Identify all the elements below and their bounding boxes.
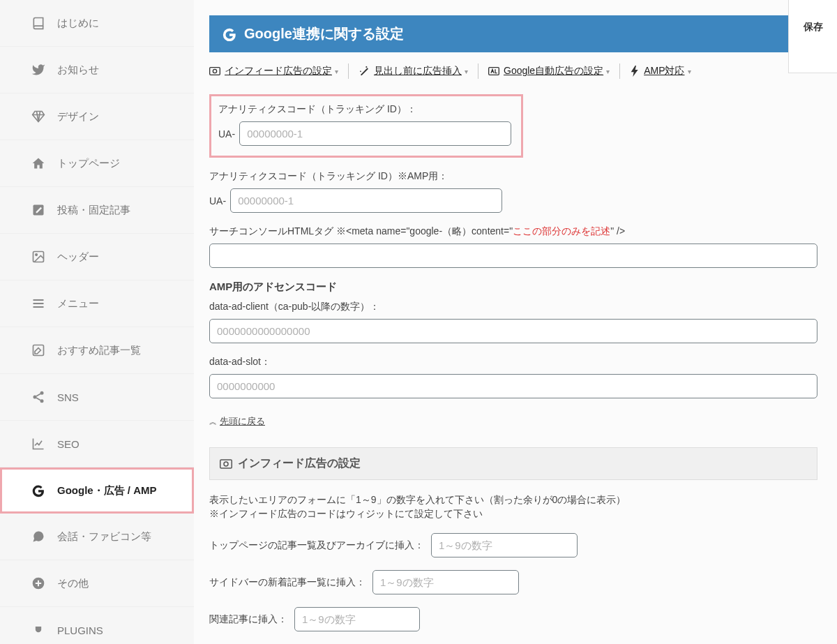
sidebar-item-news[interactable]: お知らせ [0,47,194,93]
sidebar-item-talk-favicon[interactable]: 会話・ファビコン等 [0,514,194,560]
sidebar-item-seo[interactable]: SEO [0,421,194,467]
infeed-desc2: ※インフィード広告のコードはウィジットにて設定して下さい [209,508,817,521]
sidebar-item-label: メニュー [57,297,99,310]
sidebar: はじめに お知らせ デザイン トップページ 投稿・固定記事 [0,0,194,644]
analytics-input[interactable] [239,121,511,146]
edit-icon [31,202,46,218]
ad-slot-label: data-ad-slot： [209,356,817,368]
sidebar-item-design[interactable]: デザイン [0,93,194,140]
sidebar-item-other[interactable]: その他 [0,560,194,607]
plug-icon [31,622,46,638]
search-console-label: サーチコンソールHTMLタグ ※<meta name="google-（略）co… [209,225,817,238]
amp-adsense-heading: AMP用のアドセンスコード [209,280,817,294]
sidebar-item-label: 会話・ファビコン等 [57,530,151,544]
ql-link[interactable]: AMP対応 [644,65,684,77]
money-icon [209,66,220,76]
svg-rect-13 [489,68,499,75]
sidebar-item-menu[interactable]: メニュー [0,280,194,327]
sidebar-item-label: デザイン [57,110,99,123]
ql-heading-ad[interactable]: 見出し前に広告挿入 ▾ [359,63,478,79]
sidebar-item-google-amp[interactable]: Google・広告 / AMP [0,467,194,514]
chevron-down-icon: ▾ [465,68,468,75]
ad-icon [488,66,499,76]
diamond-icon [31,109,46,124]
chart-icon [31,436,46,451]
comment-icon [31,529,46,544]
save-button[interactable]: 保存 [797,21,829,33]
wand-icon [359,66,370,77]
menu-icon [31,296,46,311]
analytics-prefix: UA- [218,128,235,140]
sidebar-item-label: お知らせ [57,63,99,77]
search-console-input[interactable] [209,244,817,268]
sidebar-item-header[interactable]: ヘッダー [0,234,194,280]
chevron-up-double-icon: ︽ [209,417,217,427]
home-icon [31,156,46,171]
ql-infeed[interactable]: インフィード広告の設定 ▾ [209,63,349,79]
analytics-amp-prefix: UA- [209,195,226,207]
sidebar-item-intro[interactable]: はじめに [0,0,194,47]
infeed-side-input[interactable] [372,570,519,594]
google-icon [222,27,237,42]
ad-client-label: data-ad-client（ca-pub-以降の数字）： [209,301,817,313]
compose-icon [31,343,46,358]
sidebar-item-label: ヘッダー [57,250,99,264]
sidebar-item-label: はじめに [57,17,99,30]
svg-point-2 [36,254,38,256]
google-icon [31,483,46,498]
chevron-down-icon: ▾ [335,68,338,75]
infeed-desc1: 表示したいエリアのフォームに「1～9」の数字を入れて下さい（割った余りが0の場合… [209,494,817,507]
sidebar-item-sns[interactable]: SNS [0,374,194,421]
twitter-icon [31,62,46,77]
book-icon [31,15,46,31]
svg-rect-11 [210,68,220,75]
infeed-top-input[interactable] [431,533,578,557]
ad-client-input[interactable] [209,319,817,343]
ql-auto-ad[interactable]: Google自動広告の設定 ▾ [488,63,620,79]
sidebar-item-label: 投稿・固定記事 [57,204,130,217]
right-save-panel: 保存 [788,0,837,73]
svg-point-15 [224,462,228,466]
ql-amp[interactable]: AMP対応 ▾ [630,63,700,79]
main-content: Google連携に関する設定 インフィード広告の設定 ▾ 見出し前に広告挿入 ▾ [194,0,837,644]
sidebar-item-label: SNS [57,391,79,403]
chevron-down-icon: ▾ [688,68,691,75]
sidebar-item-label: その他 [57,577,89,590]
chevron-down-icon: ▾ [606,68,610,75]
ql-link[interactable]: インフィード広告の設定 [225,65,332,77]
analytics-highlight: アナリティクスコード（トラッキング ID）： UA- [209,94,523,158]
sidebar-item-label: Google・広告 / AMP [57,484,157,497]
infeed-section-title: インフィード広告の設定 [209,447,817,480]
analytics-amp-label: アナリティクスコード（トラッキング ID）※AMP用： [209,170,817,183]
ql-link[interactable]: Google自動広告の設定 [504,65,603,77]
infeed-top-label: トップページの記事一覧及びアーカイブに挿入： [209,539,424,552]
back-to-top-link[interactable]: ︽ 先頭に戻る [209,415,265,428]
sidebar-item-posts[interactable]: 投稿・固定記事 [0,187,194,234]
infeed-side-label: サイドバーの新着記事一覧に挿入： [209,576,365,589]
sidebar-item-plugins[interactable]: PLUGINS [0,607,194,644]
sidebar-item-label: PLUGINS [57,624,103,636]
sidebar-item-label: トップページ [57,157,120,170]
page-title-bar: Google連携に関する設定 [209,15,817,52]
share-icon [31,389,46,405]
ad-slot-input[interactable] [209,374,817,398]
sidebar-item-label: おすすめ記事一覧 [57,344,141,357]
svg-point-7 [40,391,44,395]
analytics-amp-input[interactable] [230,188,502,213]
page-title: Google連携に関する設定 [244,24,404,43]
analytics-label: アナリティクスコード（トラッキング ID）： [218,103,514,116]
infeed-related-input[interactable] [294,607,420,631]
money-icon [220,459,232,469]
sidebar-item-recommended[interactable]: おすすめ記事一覧 [0,327,194,374]
image-icon [31,249,46,264]
svg-point-9 [40,399,44,403]
bolt-icon [630,66,640,77]
svg-point-12 [213,69,216,73]
sidebar-item-toppage[interactable]: トップページ [0,140,194,187]
plus-circle-icon [31,576,46,591]
infeed-related-label: 関連記事に挿入： [209,613,287,626]
ql-link[interactable]: 見出し前に広告挿入 [374,65,462,77]
sidebar-item-label: SEO [57,438,80,450]
quick-links: インフィード広告の設定 ▾ 見出し前に広告挿入 ▾ Google自動広告の設定 … [209,63,817,79]
svg-rect-14 [220,460,232,468]
